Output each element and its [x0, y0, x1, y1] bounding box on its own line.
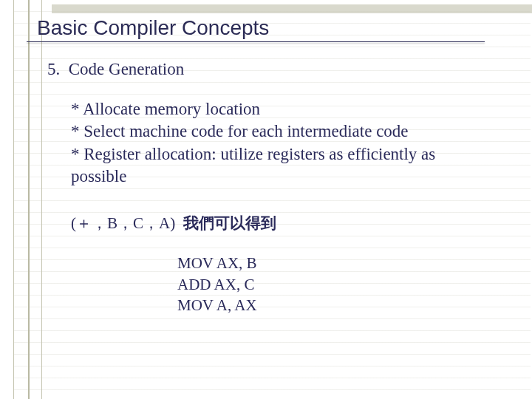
section-title: Code Generation	[69, 60, 184, 78]
section-heading: 5. Code Generation	[47, 60, 510, 79]
bullet-item: * Select machine code for each intermedi…	[71, 120, 485, 143]
example-note: 我們可以得到	[183, 214, 276, 231]
bullet-list: * Allocate memory location * Select mach…	[71, 98, 485, 188]
example-tuple: (＋，B，C，A)	[71, 214, 175, 232]
assembly-block: MOV AX, B ADD AX, C MOV A, AX	[177, 253, 510, 315]
bullet-item: * Register allocation: utilize registers…	[71, 143, 485, 188]
bullet-item: * Allocate memory location	[71, 98, 485, 120]
title-underline	[27, 41, 485, 42]
asm-line: MOV A, AX	[177, 295, 510, 316]
slide-title: Basic Compiler Concepts	[37, 16, 510, 40]
example-line: (＋，B，C，A) 我們可以得到	[71, 213, 510, 233]
section-number: 5.	[47, 60, 60, 78]
asm-line: MOV AX, B	[177, 253, 510, 273]
asm-line: ADD AX, C	[177, 274, 510, 295]
